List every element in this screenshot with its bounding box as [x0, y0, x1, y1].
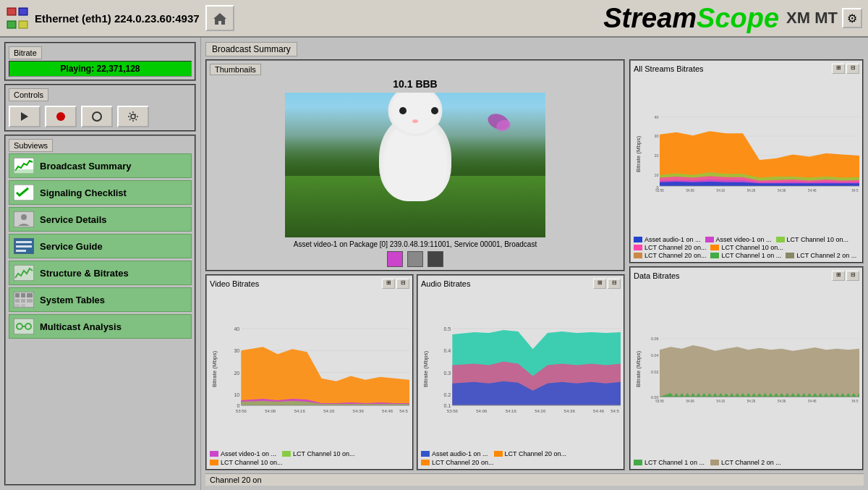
sidebar-item-structure-bitrates[interactable]: Structure & Bitrates [9, 261, 192, 285]
svg-rect-16 [16, 245, 32, 248]
all-streams-legend-1: Asset audio-1 on ... [634, 236, 701, 243]
service-details-icon [14, 211, 34, 227]
data-chart-controls: ⊞ ⊟ [832, 271, 859, 281]
all-streams-legend: Asset audio-1 on ... Asset video-1 on ..… [634, 236, 859, 259]
audio-legend-color-1 [421, 451, 430, 457]
svg-rect-1 [19, 8, 27, 15]
stop-button[interactable] [81, 106, 113, 127]
ctrl-settings-button[interactable] [117, 106, 149, 127]
svg-rect-3 [19, 21, 27, 28]
data-legend-color-1 [634, 460, 642, 465]
asl-color-8 [786, 253, 794, 258]
svg-text:54:26: 54:26 [535, 409, 546, 413]
color-square-2[interactable] [407, 251, 423, 267]
svg-text:54:5: 54:5 [610, 409, 619, 413]
all-streams-legend-6: LCT Channel 20 on... [634, 252, 706, 259]
svg-text:54:36: 54:36 [778, 400, 786, 403]
all-streams-y-label: Bitrate (Mbps) [634, 74, 643, 235]
right-content: All Streams Bitrates ⊞ ⊟ Bitrate (Mbps) [629, 59, 864, 470]
video-legend-label-1: Asset video-1 on ... [221, 450, 276, 457]
app-settings-button[interactable]: ⚙ [842, 8, 862, 28]
svg-text:0: 0 [237, 403, 239, 409]
play-button[interactable] [9, 106, 41, 127]
data-legend-label-2: LCT Channel 2 on ... [721, 459, 781, 466]
data-chart-icon2[interactable]: ⊟ [846, 271, 859, 281]
svg-point-6 [56, 112, 65, 121]
sidebar-item-service-guide-label: Service Guide [40, 241, 103, 252]
svg-point-8 [131, 114, 135, 119]
data-bitrates-label: Data Bitrates [634, 271, 680, 280]
video-legend-item-3: LCT Channel 10 on... [210, 459, 282, 466]
sidebar-item-system-tables[interactable]: System Tables [9, 287, 192, 312]
asl-label-3: LCT Channel 10 on... [787, 236, 848, 243]
network-icon [6, 7, 29, 30]
color-squares [210, 251, 621, 267]
data-y-axis-label: Bitrate (Mbps) [634, 281, 643, 457]
sidebar-item-multicast-label: Multicast Analysis [40, 321, 122, 332]
video-legend-item-2: LCT Channel 10 on... [282, 450, 354, 457]
home-button[interactable] [205, 5, 234, 31]
all-streams-legend-5: LCT Channel 10 on... [710, 244, 783, 251]
video-legend-label-2: LCT Channel 10 on... [293, 450, 354, 457]
all-streams-header: All Streams Bitrates ⊞ ⊟ [634, 64, 859, 74]
asl-color-7 [710, 253, 719, 258]
thumbnail-caption: Asset video-1 on Package [0] 239.0.48.19… [210, 240, 621, 248]
color-square-3[interactable] [427, 251, 443, 267]
all-streams-controls: ⊞ ⊟ [832, 64, 859, 74]
asl-label-2: Asset video-1 on ... [716, 236, 772, 243]
all-streams-chart-container: Bitrate (Mbps) 40 30 20 10 0 [634, 74, 859, 235]
svg-point-7 [93, 112, 101, 121]
audio-chart-icon2[interactable]: ⊟ [608, 279, 621, 289]
sidebar-item-multicast-analysis[interactable]: Multicast Analysis [9, 314, 192, 339]
service-guide-icon [14, 238, 34, 254]
data-legend-color-2 [710, 460, 719, 465]
sidebar-item-structure-label: Structure & Bitrates [40, 268, 129, 279]
svg-text:0.02: 0.02 [651, 370, 658, 374]
asl-color-5 [710, 245, 719, 250]
svg-rect-22 [27, 293, 33, 297]
svg-text:54:16: 54:16 [717, 400, 726, 403]
video-chart-icon2[interactable]: ⊟ [396, 279, 409, 289]
all-streams-icon2[interactable]: ⊟ [846, 64, 859, 74]
svg-text:54:06: 54:06 [265, 409, 276, 413]
svg-text:40: 40 [654, 115, 658, 119]
svg-text:40: 40 [234, 326, 239, 332]
main-layout: Bitrate Playing: 22,371,128 Controls [0, 38, 868, 490]
all-streams-legend-8: LCT Channel 2 on ... [786, 252, 856, 259]
all-streams-legend-2: Asset video-1 on ... [705, 236, 772, 243]
svg-marker-4 [213, 13, 226, 25]
svg-rect-10 [14, 169, 34, 174]
svg-text:53:56: 53:56 [236, 409, 247, 413]
all-streams-chart-svg: 40 30 20 10 0 [643, 74, 859, 235]
brand-name: StreamScope [603, 3, 779, 34]
svg-text:0.2: 0.2 [443, 392, 451, 398]
bitrate-label: Bitrate [9, 46, 42, 59]
record-button[interactable] [45, 106, 77, 127]
broadcast-header-label: Broadcast Summary [205, 42, 297, 56]
all-streams-icon1[interactable]: ⊞ [832, 64, 845, 74]
sidebar-item-service-guide[interactable]: Service Guide [9, 234, 192, 258]
audio-legend-label-3: LCT Channel 20 on... [432, 459, 493, 466]
svg-text:54:46: 54:46 [808, 189, 817, 193]
svg-text:10: 10 [654, 173, 658, 177]
asl-color-3 [776, 237, 785, 242]
video-chart-icon1[interactable]: ⊞ [382, 279, 395, 289]
video-chart-svg: 40 30 20 10 0 [219, 289, 409, 449]
color-square-1[interactable] [387, 251, 403, 267]
data-legend: LCT Channel 1 on ... LCT Channel 2 on ..… [634, 459, 859, 466]
audio-legend-label-1: Asset audio-1 on ... [432, 450, 488, 457]
data-chart-icon1[interactable]: ⊞ [832, 271, 845, 281]
video-y-axis-label: Bitrate (Mbps) [210, 289, 219, 449]
sidebar-item-broadcast-summary[interactable]: Broadcast Summary [9, 153, 192, 178]
svg-text:0.5: 0.5 [443, 326, 451, 332]
sidebar-item-service-details[interactable]: Service Details [9, 207, 192, 232]
svg-text:54:46: 54:46 [593, 409, 605, 413]
svg-text:54:5: 54:5 [399, 409, 408, 413]
video-title: 10.1 BBB [210, 78, 621, 90]
sidebar-item-signaling-checklist[interactable]: Signaling Checklist [9, 180, 192, 205]
svg-rect-21 [21, 293, 25, 297]
audio-legend-item-2: LCT Channel 20 on... [494, 450, 566, 457]
asl-color-4 [634, 245, 642, 250]
svg-text:20: 20 [654, 153, 658, 158]
audio-chart-icon1[interactable]: ⊞ [593, 279, 606, 289]
